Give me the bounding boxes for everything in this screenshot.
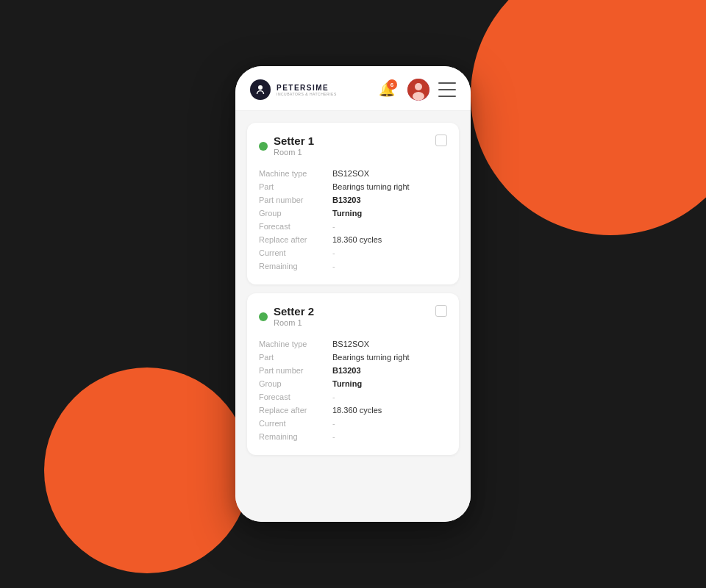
info-value: B13203 [332,196,361,204]
info-value: 18.360 cycles [332,406,382,415]
info-row: Part numberB13203 [259,193,447,207]
status-dot-setter-1 [259,142,268,151]
info-row: Current- [259,417,447,430]
card-title-setter-2: Setter 2 [274,305,314,318]
info-value: Turning [332,209,362,218]
card-checkbox-setter-1[interactable] [435,135,447,146]
card-title-area-setter-1: Setter 1Room 1 [259,135,314,157]
info-value: - [332,432,335,441]
info-label: Forecast [259,392,332,401]
info-label: Remaining [259,432,332,441]
info-value: - [332,222,335,231]
card-setter-2: Setter 2Room 1Machine typeBS12SOXPartBea… [247,293,459,455]
info-label: Part number [259,196,332,204]
bell-button[interactable]: 🔔 6 [375,78,399,101]
info-label: Forecast [259,222,332,231]
card-title-text-setter-1: Setter 1Room 1 [274,135,314,157]
info-row: Remaining- [259,259,447,273]
info-row: GroupTurning [259,377,447,390]
info-value: - [332,419,335,428]
info-row: Forecast- [259,220,447,233]
status-dot-setter-2 [259,312,268,321]
card-setter-1: Setter 1Room 1Machine typeBS12SOXPartBea… [247,123,459,284]
bg-circle-top-right [471,0,706,235]
info-row: Replace after18.360 cycles [259,233,447,246]
info-label: Part number [259,366,332,375]
card-title-setter-1: Setter 1 [274,135,314,147]
card-subtitle-setter-1: Room 1 [274,148,314,157]
logo-subtitle: INCUBATORS & HATCHERIES [277,92,337,96]
menu-line-1 [438,82,456,84]
card-subtitle-setter-2: Room 1 [274,318,314,327]
logo-name: PETERSIME [277,84,337,92]
card-header-setter-1: Setter 1Room 1 [259,135,447,157]
info-row: PartBearings turning right [259,351,447,364]
menu-button[interactable] [438,82,456,97]
logo-area: PETERSIME INCUBATORS & HATCHERIES [250,79,337,100]
logo-icon [250,79,271,100]
notification-badge: 6 [387,79,397,90]
info-value: BS12SOX [332,169,369,178]
header-actions: 🔔 6 [375,78,456,101]
info-row: Current- [259,246,447,259]
info-value: B13203 [332,366,361,375]
info-label: Remaining [259,262,332,270]
info-value: Bearings turning right [332,353,410,362]
scroll-content[interactable]: Setter 1Room 1Machine typeBS12SOXPartBea… [235,111,471,522]
info-value: Bearings turning right [332,182,410,191]
phone-frame: PETERSIME INCUBATORS & HATCHERIES 🔔 6 [235,66,471,522]
info-row: Part numberB13203 [259,364,447,377]
bg-circle-bottom-left [44,368,250,573]
app-header: PETERSIME INCUBATORS & HATCHERIES 🔔 6 [235,66,471,111]
info-label: Group [259,209,332,218]
info-value: BS12SOX [332,340,369,348]
svg-point-2 [415,83,422,90]
card-header-setter-2: Setter 2Room 1 [259,305,447,327]
avatar-image [407,79,429,101]
info-row: Replace after18.360 cycles [259,404,447,417]
info-label: Part [259,182,332,191]
svg-point-3 [413,92,424,101]
info-row: Remaining- [259,430,447,443]
menu-line-2 [438,89,456,90]
info-value: - [332,392,335,401]
info-row: GroupTurning [259,207,447,220]
info-row: Machine typeBS12SOX [259,167,447,180]
info-label: Current [259,419,332,428]
card-title-area-setter-2: Setter 2Room 1 [259,305,314,327]
info-row: Forecast- [259,390,447,404]
user-avatar[interactable] [407,79,429,101]
logo-text: PETERSIME INCUBATORS & HATCHERIES [277,84,337,96]
card-title-text-setter-2: Setter 2Room 1 [274,305,314,327]
info-label: Machine type [259,340,332,348]
info-value: Turning [332,379,362,388]
phone-wrapper: PETERSIME INCUBATORS & HATCHERIES 🔔 6 [235,66,471,522]
info-label: Replace after [259,406,332,415]
info-value: - [332,262,335,270]
info-value: - [332,248,335,257]
svg-point-0 [258,85,263,90]
info-label: Machine type [259,169,332,178]
menu-line-3 [438,96,456,97]
card-checkbox-setter-2[interactable] [435,305,447,317]
info-label: Part [259,353,332,362]
info-label: Group [259,379,332,388]
info-row: PartBearings turning right [259,180,447,193]
info-label: Current [259,248,332,257]
info-label: Replace after [259,235,332,244]
info-row: Machine typeBS12SOX [259,337,447,351]
info-value: 18.360 cycles [332,235,382,244]
